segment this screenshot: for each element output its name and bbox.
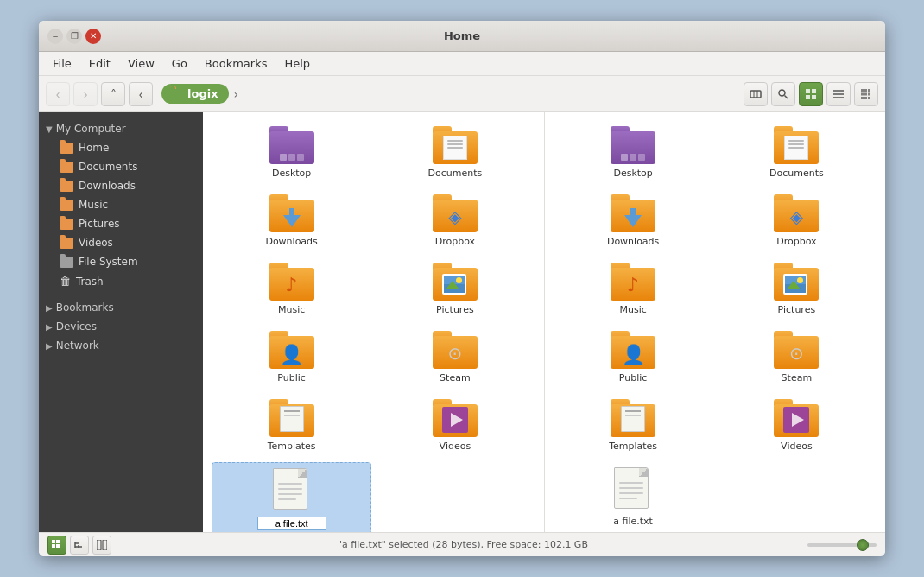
svg-rect-7 <box>806 95 810 99</box>
sidebar-item-downloads[interactable]: Downloads <box>39 176 203 195</box>
file-label: Videos <box>440 441 471 452</box>
list-item[interactable]: 👤 Public <box>212 326 371 389</box>
bookmarks-arrow-icon: ▶ <box>46 303 53 313</box>
sidebar-item-videos[interactable]: Videos <box>39 233 203 252</box>
list-item[interactable]: Desktop <box>212 121 371 184</box>
forward-button[interactable]: › <box>73 82 98 106</box>
sidebar: ▼ My Computer Home Documents Downloads M… <box>39 112 203 532</box>
menu-go[interactable]: Go <box>165 54 194 73</box>
statusbar-split-button[interactable] <box>92 536 111 555</box>
breadcrumb-logix[interactable]: logix <box>161 84 229 104</box>
svg-rect-15 <box>864 89 867 92</box>
menu-file[interactable]: File <box>46 54 79 73</box>
list-item[interactable]: Pictures <box>375 257 535 320</box>
zoom-slider-area[interactable] <box>807 543 877 547</box>
list-item[interactable]: ⊙ Steam <box>375 326 535 389</box>
toolbar-right-buttons <box>744 82 878 106</box>
list-item[interactable]: Videos <box>717 394 877 457</box>
sidebar-section-mycomputer[interactable]: ▼ My Computer <box>39 119 203 138</box>
statusbar-grid-button[interactable] <box>47 536 66 555</box>
up-button[interactable]: ˄ <box>101 82 125 106</box>
zoom-slider-thumb[interactable] <box>857 539 869 551</box>
menu-view[interactable]: View <box>121 54 161 73</box>
list-item[interactable]: Desktop <box>554 121 713 184</box>
dropbox-icon-2: ◈ <box>790 206 803 227</box>
list-item[interactable]: Templates <box>554 394 713 457</box>
file-label: Dropbox <box>776 236 816 247</box>
view-grid-button[interactable] <box>799 82 823 106</box>
back-button[interactable]: ‹ <box>46 82 70 106</box>
list-item[interactable]: ♪ Music <box>554 257 713 320</box>
sidebar-home-label: Home <box>79 142 109 154</box>
sidebar-item-music[interactable]: Music <box>39 195 203 214</box>
zoom-slider-track[interactable] <box>807 543 877 547</box>
view-details-button[interactable] <box>826 82 851 106</box>
file-manager-window: – ❐ ✕ Home File Edit View Go Bookmarks H… <box>39 21 885 556</box>
pictures-folder-icon <box>60 219 73 230</box>
search-icon <box>777 88 789 100</box>
sidebar-item-home[interactable]: Home <box>39 138 203 157</box>
list-item[interactable]: Downloads <box>554 189 713 252</box>
file-grid-2: Desktop <box>554 121 877 532</box>
list-item[interactable] <box>212 462 371 532</box>
list-item[interactable]: Documents <box>717 121 877 184</box>
list-item[interactable]: Templates <box>212 394 371 457</box>
sidebar-item-pictures[interactable]: Pictures <box>39 214 203 233</box>
sidebar-section-bookmarks[interactable]: ▶ Bookmarks <box>39 298 203 317</box>
breadcrumb-next-arrow[interactable]: › <box>231 86 243 103</box>
statusbar-tree-button[interactable] <box>70 536 89 555</box>
sidebar-section-network[interactable]: ▶ Network <box>39 336 203 355</box>
sidebar-item-trash[interactable]: 🗑 Trash <box>39 271 203 291</box>
menu-help[interactable]: Help <box>277 54 317 73</box>
close-button[interactable]: ✕ <box>85 29 101 44</box>
svg-rect-5 <box>806 89 810 93</box>
list-item[interactable]: ♪ Music <box>212 257 371 320</box>
file-label: Music <box>278 304 305 315</box>
list-item[interactable]: ◈ Dropbox <box>717 189 877 252</box>
sidebar-item-filesystem[interactable]: File System <box>39 252 203 271</box>
network-arrow-icon: ▶ <box>46 341 53 351</box>
svg-rect-19 <box>868 92 870 95</box>
filename-edit-input[interactable] <box>257 517 326 530</box>
search-button[interactable] <box>771 82 795 106</box>
zoom-toggle-button[interactable] <box>744 82 768 106</box>
file-grid-1: Desktop <box>212 121 535 532</box>
svg-rect-16 <box>864 92 867 95</box>
sidebar-devices-label: Devices <box>56 320 97 333</box>
list-item[interactable]: ◈ Dropbox <box>375 189 535 252</box>
svg-rect-20 <box>868 97 870 99</box>
menu-edit[interactable]: Edit <box>82 54 117 73</box>
text-file-icon-2 <box>614 467 652 512</box>
svg-rect-0 <box>750 91 761 98</box>
statusbar-icons <box>47 536 111 555</box>
dropbox-folder-icon-2: ◈ <box>774 194 819 232</box>
list-item[interactable]: ⊙ Steam <box>717 326 877 389</box>
maximize-button[interactable]: ❐ <box>66 29 82 44</box>
music-folder-icon-2: ♪ <box>611 263 655 301</box>
svg-rect-31 <box>103 540 107 550</box>
list-item[interactable]: Documents <box>375 121 535 184</box>
file-label: Downloads <box>607 236 659 247</box>
sidebar-videos-label: Videos <box>79 237 113 249</box>
svg-line-4 <box>785 95 788 98</box>
list-item[interactable]: Videos <box>375 394 535 457</box>
sidebar-section-devices[interactable]: ▶ Devices <box>39 317 203 336</box>
sidebar-item-documents[interactable]: Documents <box>39 157 203 176</box>
steam-folder-icon: ⊙ <box>433 331 478 369</box>
menu-bookmarks[interactable]: Bookmarks <box>198 54 275 73</box>
list-item[interactable]: 👤 Public <box>554 326 713 389</box>
file-label: Dropbox <box>435 236 475 247</box>
minimize-button[interactable]: – <box>47 29 63 44</box>
prev-location-button[interactable]: ‹ <box>129 82 153 106</box>
breadcrumb: logix › <box>161 84 242 104</box>
list-item[interactable]: Downloads <box>212 189 371 252</box>
dropbox-folder-icon: ◈ <box>433 194 478 232</box>
content-area: ▼ My Computer Home Documents Downloads M… <box>39 112 885 532</box>
list-item[interactable]: a file.txt <box>554 462 713 532</box>
pictures-folder-icon <box>433 263 478 301</box>
list-item[interactable]: Pictures <box>717 257 877 320</box>
public-folder-icon-2: 👤 <box>611 331 655 369</box>
steam-folder-icon-2: ⊙ <box>774 331 819 369</box>
home-folder-icon <box>60 143 73 154</box>
view-compact-button[interactable] <box>854 82 878 106</box>
